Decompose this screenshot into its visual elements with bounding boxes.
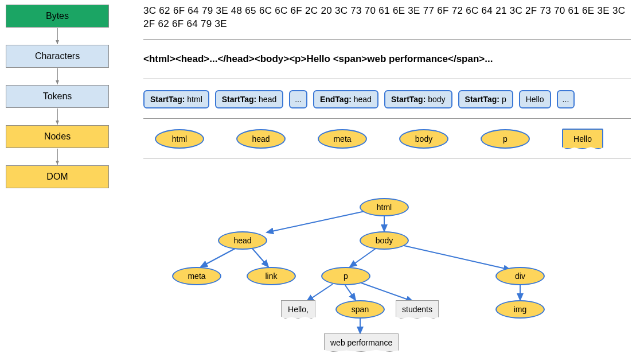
stage-label: Tokens: [43, 91, 72, 102]
svg-line-5: [401, 245, 510, 270]
arrow-down-icon: [57, 28, 58, 44]
svg-line-3: [252, 249, 268, 267]
svg-line-6: [307, 284, 333, 301]
tree-node-meta: meta: [172, 267, 221, 285]
divider: [143, 79, 631, 79]
stage-label: Nodes: [44, 131, 71, 142]
tree-node-span: span: [335, 300, 385, 319]
arrow-down-icon: [57, 68, 58, 84]
node-ellipse: body: [399, 129, 448, 149]
token: Hello: [519, 90, 551, 108]
tree-text-hello: Hello,: [281, 300, 315, 319]
tree-node-img: img: [495, 300, 545, 319]
nodes-row: html head meta body p Hello: [143, 127, 637, 150]
tree-node-head: head: [218, 231, 267, 250]
token: EndTag: head: [313, 90, 378, 108]
content-column: 3C 62 6F 64 79 3E 48 65 6C 6C 6F 2C 20 3…: [143, 5, 637, 166]
stage-nodes: Nodes: [6, 125, 109, 148]
bytes-row: 3C 62 6F 64 79 3E 48 65 6C 6C 6F 2C 20 3…: [143, 5, 637, 31]
svg-line-8: [361, 283, 413, 301]
divider: [143, 158, 631, 158]
tree-node-p: p: [321, 267, 370, 285]
token: StartTag: head: [215, 90, 283, 108]
token: StartTag: html: [143, 90, 209, 108]
stage-bytes: Bytes: [6, 5, 109, 28]
tokens-row: StartTag: html StartTag: head ... EndTag…: [143, 87, 637, 110]
divider: [143, 118, 631, 119]
tree-node-link: link: [247, 267, 296, 285]
arrow-down-icon: [57, 108, 58, 125]
tree-node-div: div: [495, 267, 545, 285]
dom-tree: html head body meta link p div Hello, sp…: [143, 198, 637, 353]
svg-line-4: [350, 249, 376, 267]
tree-node-body: body: [360, 231, 409, 250]
stage-label: Characters: [35, 51, 80, 61]
token: StartTag: p: [458, 90, 513, 108]
svg-line-7: [345, 285, 356, 300]
tree-node-html: html: [360, 198, 409, 216]
stage-label: Bytes: [46, 11, 69, 21]
tree-text-webperf: web performance: [324, 333, 399, 352]
stage-dom: DOM: [6, 165, 109, 188]
stage-tokens: Tokens: [6, 85, 109, 108]
node-ellipse: head: [236, 129, 286, 149]
text-node: Hello: [562, 129, 603, 149]
svg-line-0: [267, 209, 373, 232]
tree-text-students: students: [396, 300, 439, 319]
characters-row: <html><head>...</head><body><p>Hello <sp…: [143, 48, 637, 71]
stage-label: DOM: [46, 172, 68, 182]
node-ellipse: p: [481, 129, 530, 149]
node-ellipse: html: [155, 129, 204, 149]
token-ellipsis: ...: [289, 90, 307, 108]
svg-line-2: [201, 249, 235, 267]
arrow-down-icon: [57, 149, 58, 165]
divider: [143, 39, 631, 40]
token-ellipsis: ...: [557, 90, 575, 108]
token: StartTag: body: [384, 90, 452, 108]
stage-column: Bytes Characters Tokens Nodes DOM: [6, 5, 109, 205]
stage-characters: Characters: [6, 45, 109, 68]
node-ellipse: meta: [318, 129, 367, 149]
